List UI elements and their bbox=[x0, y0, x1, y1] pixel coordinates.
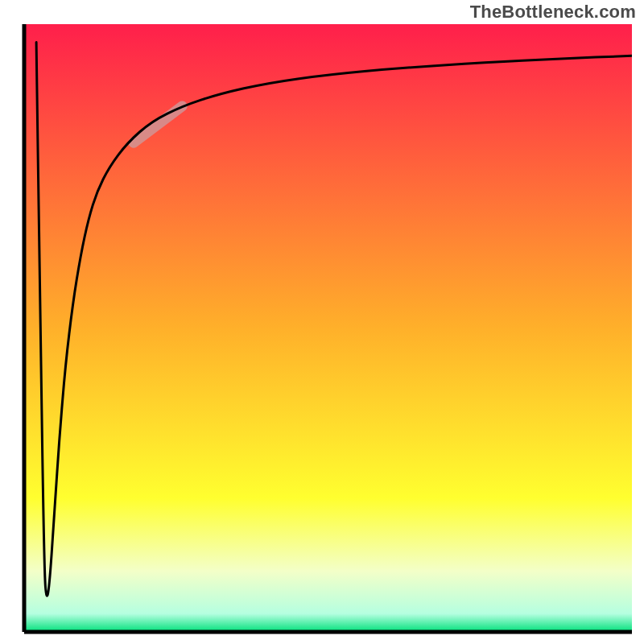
bottleneck-chart: TheBottleneck.com bbox=[0, 0, 644, 644]
plot-background bbox=[24, 24, 632, 632]
chart-svg bbox=[0, 0, 644, 644]
watermark-text: TheBottleneck.com bbox=[470, 2, 636, 23]
